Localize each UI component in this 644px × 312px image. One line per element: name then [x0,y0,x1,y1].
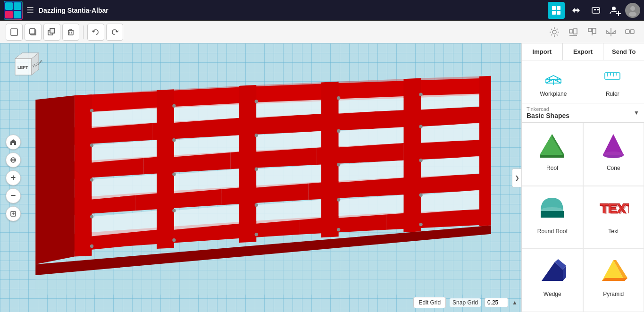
svg-marker-159 [540,155,564,158]
fit-button[interactable] [6,206,21,221]
svg-marker-171 [602,278,627,281]
svg-point-116 [419,125,422,128]
svg-point-108 [172,104,176,107]
add-user-button[interactable] [607,3,622,18]
svg-point-129 [255,233,258,236]
cone-label: Cone [607,165,620,171]
toolbar-right [546,24,638,41]
svg-point-121 [419,159,422,162]
home-view-button[interactable] [6,135,21,150]
svg-point-120 [337,163,340,166]
panel-actions: Import Export Send To [522,43,644,60]
export-button[interactable]: Export [563,43,604,60]
workplane-icon [542,66,565,89]
grid-view-button[interactable] [548,2,565,19]
svg-rect-6 [557,6,560,10]
svg-point-17 [629,12,636,17]
avatar[interactable] [625,3,640,18]
ruler-icon [601,66,624,89]
panel-tools: Workplane Ruler [522,60,644,103]
svg-rect-5 [552,6,556,10]
svg-point-137 [11,158,16,162]
code-view-button[interactable] [568,2,585,19]
send-to-button[interactable]: Send To [603,43,644,60]
align-button-2[interactable] [584,24,601,41]
3d-object-canvas [0,43,521,312]
svg-rect-41 [588,28,592,32]
duplicate-button[interactable] [43,24,60,41]
shape-item-wedge[interactable]: Wedge [522,249,583,312]
menu-icon[interactable]: ☰ [26,5,34,16]
svg-rect-42 [593,28,596,34]
copy-button[interactable] [25,24,42,41]
undo-button[interactable] [87,24,104,41]
delete-button[interactable] [62,24,79,41]
svg-point-123 [172,209,176,212]
svg-rect-12 [597,9,599,10]
zoom-in-button[interactable]: + [6,170,21,186]
svg-rect-23 [50,28,55,33]
svg-line-36 [557,29,558,30]
light-button[interactable] [546,24,563,41]
wedge-icon [536,255,569,288]
svg-rect-38 [569,30,573,33]
svg-point-110 [337,96,340,100]
workplane-tool[interactable]: Workplane [527,66,579,97]
panel-toggle-button[interactable]: ❯ [512,169,521,187]
snap-grid-arrow[interactable]: ▲ [512,299,518,306]
svg-marker-77 [321,82,339,237]
shape-item-text[interactable]: TEXT TEXT Text [583,186,644,249]
svg-marker-74 [75,94,92,256]
svg-marker-83 [174,86,239,107]
shape-item-roof[interactable]: Roof [522,123,583,186]
shape-item-cone[interactable]: Cone [583,123,644,186]
orbit-button[interactable] [6,152,21,168]
mirror-button[interactable] [602,24,619,41]
snap-grid-input[interactable] [485,298,508,307]
toolbar-separator-1 [83,25,84,39]
edit-grid-button[interactable]: Edit Grid [413,297,446,308]
svg-line-35 [557,34,558,35]
svg-rect-2 [14,2,21,10]
svg-text:TEXT: TEXT [602,202,629,217]
shapes-grid: Roof Cone [522,123,644,312]
svg-point-113 [172,138,176,142]
svg-marker-75 [157,89,174,249]
view-cube[interactable]: LEFT FRONT [6,49,43,87]
svg-point-13 [612,7,616,10]
topbar-right [548,2,640,19]
align-button-1[interactable] [565,24,582,41]
svg-marker-86 [421,76,479,95]
svg-point-122 [90,215,93,218]
shape-category-selector[interactable]: Tinkercad Basic Shapes ▼ [522,103,644,123]
category-dropdown-icon[interactable]: ▼ [634,110,639,116]
svg-rect-152 [605,73,620,79]
sim-view-button[interactable] [587,2,604,19]
svg-rect-3 [5,11,13,18]
svg-rect-46 [630,30,634,34]
shape-item-round-roof[interactable]: Round Roof [522,186,583,249]
redo-button[interactable] [106,24,123,41]
new-button[interactable] [6,24,23,41]
project-title: Dazzling Stantia-Albar [39,7,548,14]
svg-marker-9 [572,8,580,13]
round-roof-icon [536,192,569,225]
svg-point-131 [419,223,422,226]
viewport[interactable]: LEFT FRONT + − [0,43,521,312]
group-button[interactable] [621,24,638,41]
svg-point-125 [337,198,340,202]
svg-point-162 [603,152,624,158]
shape-item-pyramid[interactable]: Pyramid [583,249,644,312]
svg-marker-79 [479,76,491,226]
svg-marker-76 [239,85,257,243]
zoom-out-button[interactable]: − [6,188,21,203]
ruler-tool[interactable]: Ruler [587,66,639,97]
svg-rect-45 [626,30,629,34]
text-label: Text [608,228,619,235]
import-button[interactable]: Import [522,43,563,60]
ruler-label: Ruler [606,91,619,97]
svg-marker-78 [403,78,421,232]
tinkercad-logo[interactable] [4,1,23,20]
svg-rect-10 [592,8,600,13]
svg-line-37 [551,34,552,35]
